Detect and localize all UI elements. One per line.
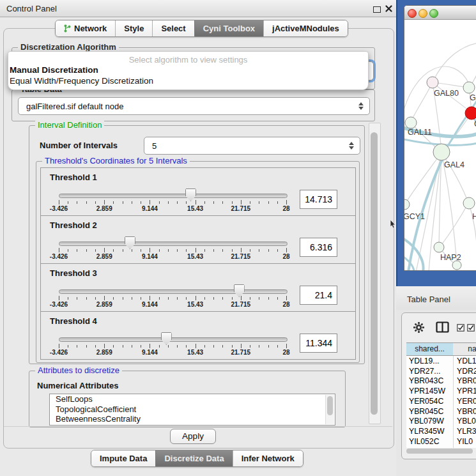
- slider-tick: [141, 297, 141, 300]
- slider-tick: [77, 345, 77, 348]
- attribute-list-item[interactable]: SelfLoops: [50, 394, 335, 404]
- network-node-label: GAL11: [408, 128, 432, 137]
- table-cell[interactable]: YBR0: [457, 407, 476, 416]
- numerical-attributes-list[interactable]: SelfLoopsTopologicalCoefficientBetweenne…: [49, 394, 335, 426]
- table-column-header[interactable]: shared...: [406, 343, 454, 356]
- network-edge[interactable]: [469, 203, 476, 245]
- algorithm-option-manual[interactable]: Manual Discretization: [10, 65, 98, 75]
- threshold-slider-thumb[interactable]: [234, 284, 245, 297]
- threshold-slider-track[interactable]: [59, 242, 288, 246]
- table-cell[interactable]: YIL052C: [409, 437, 452, 446]
- table-column-header[interactable]: na: [453, 343, 476, 356]
- table-cell[interactable]: YBR0: [457, 376, 476, 385]
- close-icon[interactable]: [385, 5, 392, 12]
- tab-infer-network[interactable]: Infer Network: [233, 450, 303, 466]
- minimize-traffic-light-icon[interactable]: [418, 9, 427, 18]
- network-edge[interactable]: [411, 82, 433, 121]
- tab-style[interactable]: Style: [115, 20, 152, 36]
- table-cell[interactable]: YDR27...: [409, 367, 452, 376]
- attributes-group-title: Attributes to discretize: [35, 365, 122, 375]
- scrollbar-thumb[interactable]: [406, 449, 473, 454]
- table-cell[interactable]: YDL19...: [409, 357, 452, 365]
- zoom-traffic-light-icon[interactable]: [429, 9, 438, 18]
- checked-checkbox-icon[interactable]: [457, 324, 464, 332]
- network-node[interactable]: [452, 261, 461, 270]
- table-cell[interactable]: YPR145W: [409, 387, 452, 395]
- tab-label: Cyni Toolbox: [203, 24, 255, 33]
- table-cell[interactable]: YBR043C: [409, 376, 452, 385]
- table-cell[interactable]: YBR045C: [409, 407, 452, 416]
- scrollbar-thumb[interactable]: [371, 132, 378, 415]
- attribute-list-item[interactable]: TopologicalCoefficient: [50, 404, 335, 415]
- slider-tick: [186, 249, 187, 252]
- network-node[interactable]: [404, 199, 410, 210]
- network-window-titlebar[interactable]: [404, 6, 476, 20]
- threshold-label: Threshold 4: [50, 316, 97, 326]
- network-node[interactable]: [465, 107, 476, 119]
- table-cell[interactable]: YER054C: [409, 397, 452, 406]
- network-node[interactable]: [463, 82, 475, 93]
- tab-jactivemnodules[interactable]: jActiveMNodules: [263, 20, 348, 36]
- table-data-combobox[interactable]: galFiltered.sif default node: [18, 97, 370, 115]
- table-cell[interactable]: YER0: [457, 397, 476, 406]
- attributes-list-scrollbar[interactable]: [325, 395, 334, 424]
- attribute-list-item[interactable]: BetweennessCentrality: [50, 414, 335, 424]
- tab-select[interactable]: Select: [152, 20, 194, 36]
- scrollbar-thumb[interactable]: [327, 396, 333, 415]
- network-node[interactable]: [427, 77, 438, 88]
- split-columns-icon[interactable]: [436, 321, 449, 334]
- network-edge[interactable]: [433, 43, 476, 82]
- tab-label: Network: [74, 24, 107, 33]
- table-cell[interactable]: YLR345W: [409, 427, 452, 436]
- tab-discretize-data[interactable]: Discretize Data: [155, 450, 232, 466]
- threshold-value-field[interactable]: 14.713: [300, 190, 337, 209]
- threshold-value-field[interactable]: 21.4: [300, 286, 337, 305]
- slider-tick: [123, 201, 123, 204]
- table-cell[interactable]: YDL1: [457, 357, 476, 365]
- slider-tick: [213, 201, 214, 204]
- checked-checkbox-icon[interactable]: [467, 324, 475, 332]
- slider-tick: [150, 200, 150, 204]
- table-cell[interactable]: YDR2: [457, 367, 476, 376]
- close-traffic-light-icon[interactable]: [408, 9, 417, 18]
- threshold-slider-track[interactable]: [59, 194, 288, 198]
- threshold-value-field[interactable]: 11.344: [300, 334, 337, 353]
- threshold-slider-thumb[interactable]: [125, 236, 135, 249]
- threshold-slider-track[interactable]: [59, 289, 288, 294]
- slider-tick: [95, 345, 96, 348]
- app-root: Control Panel NetworkStyleSelectCyni Too…: [0, 0, 476, 476]
- float-window-icon[interactable]: [373, 6, 381, 13]
- algorithm-option-equal-width[interactable]: Equal Width/Frequency Discretization: [10, 76, 153, 86]
- slider-tick: [177, 249, 178, 252]
- slider-tick: [186, 345, 187, 348]
- slider-tick: [204, 201, 205, 204]
- network-node[interactable]: [433, 144, 450, 160]
- slider-tick: [232, 345, 233, 348]
- slider-tick: [259, 249, 259, 252]
- threshold-value-field[interactable]: 6.316: [300, 238, 337, 257]
- table-horizontal-scrollbar[interactable]: [406, 448, 476, 454]
- threshold-panel-1: Threshold 1-3.4262.8599.14415.4321.71528…: [40, 167, 356, 216]
- gear-icon[interactable]: [413, 321, 425, 334]
- number-of-intervals-combobox[interactable]: 5: [144, 137, 360, 155]
- node-attribute-table[interactable]: shared...naYDL19...YDL1YDR27...YDR2YBR04…: [406, 342, 476, 448]
- network-canvas[interactable]: GAL80GACGAL11GAL4GCY1HHAP2: [404, 20, 476, 270]
- network-node[interactable]: [463, 197, 475, 209]
- algorithm-dropdown-popup: Select algorithm to view settings Manual…: [8, 51, 369, 90]
- threshold-slider-thumb[interactable]: [185, 188, 196, 201]
- table-cell[interactable]: YBL0: [457, 417, 476, 426]
- table-cell[interactable]: YBL079W: [409, 417, 452, 426]
- tab-label: Impute Data: [100, 454, 147, 463]
- threshold-slider-track[interactable]: [59, 337, 288, 342]
- tab-cyni-toolbox[interactable]: Cyni Toolbox: [194, 20, 263, 36]
- tab-network[interactable]: Network: [56, 20, 115, 36]
- network-node[interactable]: [405, 117, 417, 128]
- apply-button[interactable]: Apply: [170, 429, 216, 444]
- table-cell[interactable]: YLR3: [457, 427, 476, 436]
- panel-scrollbar[interactable]: [369, 123, 381, 424]
- tab-impute-data[interactable]: Impute Data: [91, 450, 155, 466]
- table-cell[interactable]: YIL0: [457, 437, 473, 446]
- table-cell[interactable]: YPR1: [457, 387, 476, 395]
- threshold-slider-thumb[interactable]: [161, 332, 172, 345]
- network-node[interactable]: [434, 242, 444, 252]
